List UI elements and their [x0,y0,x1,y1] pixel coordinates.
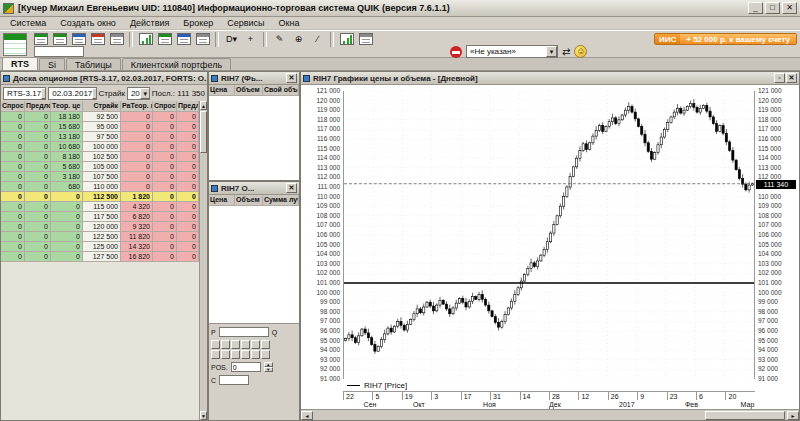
quick-volume-button[interactable] [261,350,270,359]
quick-volume-button[interactable] [211,350,220,359]
quotes-titlebar[interactable]: RIH7 (Фь... ✕ [209,72,299,85]
order-book-titlebar[interactable]: RIH7 О... ✕ [209,182,299,195]
tab-portfolio[interactable]: Клиентский портфель [122,58,231,70]
orders-table-icon[interactable] [89,32,106,46]
order-book-dropdown-icon[interactable]: D▾ [223,32,240,46]
new-table-icon[interactable] [357,32,374,46]
chevron-down-icon[interactable]: ▾ [92,88,96,99]
expiry-date-selector[interactable]: 02.03.2017 ▾ [48,87,96,100]
menu-item-create-window[interactable]: Создать окно [53,17,123,30]
quick-volume-button[interactable] [251,340,260,349]
scroll-right-arrow[interactable]: ► [787,411,799,420]
stop-orders-table-icon[interactable] [108,32,125,46]
quick-volume-button[interactable] [241,350,250,359]
quick-volume-button[interactable] [221,350,230,359]
all-trades-table-icon[interactable] [70,32,87,46]
quick-volume-button[interactable] [241,340,250,349]
chevron-down-icon[interactable]: ▾ [546,46,557,57]
scroll-left-arrow[interactable]: ◄ [301,411,313,420]
options-vertical-scrollbar[interactable]: ▲ ▼ [199,101,207,420]
option-row[interactable]: 000122 50011 82000 [1,232,199,242]
quick-volume-button[interactable] [251,350,260,359]
chevron-down-icon[interactable]: ▾ [41,88,46,99]
menu-item-broker[interactable]: Брокер [176,17,220,30]
menu-item-system[interactable]: Система [3,17,53,30]
menu-item-actions[interactable]: Действия [123,17,176,30]
option-row[interactable]: 0015 68095 000000 [1,122,199,132]
quotes-close-button[interactable]: ✕ [286,73,297,83]
chevron-down-icon[interactable]: ▾ [140,88,150,99]
scroll-thumb[interactable] [705,411,785,420]
close-button[interactable]: ✕ [782,2,797,14]
account-selector[interactable]: «Не указан» ▾ [466,45,558,58]
scroll-up-arrow[interactable]: ▲ [200,101,207,110]
scroll-thumb[interactable] [200,111,207,153]
menu-item-windows[interactable]: Окна [272,17,307,30]
options-board-icon[interactable] [156,32,173,46]
trend-line-tool-icon[interactable]: ∕ [309,32,326,46]
option-row[interactable]: 000112 5001 82000 [1,192,199,202]
quick-volume-button[interactable] [261,340,270,349]
option-row[interactable]: 003 180107 500000 [1,172,199,182]
position-stepper[interactable]: ▲ ▼ [264,362,273,372]
iis-banner[interactable]: ИИС + 52 000 р. к вашему счету [654,33,797,45]
maximize-button[interactable]: □ [765,2,780,14]
hand-tool-icon[interactable]: ⊕ [290,32,307,46]
quick-volume-button[interactable] [211,340,220,349]
tab-rts[interactable]: RTS [2,57,38,70]
transfer-arrows-icon[interactable]: ⇄ [562,46,570,58]
draw-pencil-icon[interactable]: ✎ [271,32,288,46]
toolbar-quick-input[interactable] [34,46,84,57]
option-row[interactable]: 0010 680100 000000 [1,142,199,152]
quick-volume-button[interactable] [221,340,230,349]
menu-item-services[interactable]: Сервисы [220,17,271,30]
code-input[interactable] [219,375,249,385]
quotes-body[interactable] [209,96,299,180]
scroll-track[interactable] [313,411,787,420]
option-row[interactable]: 000117 5006 82000 [1,212,199,222]
quick-volume-button[interactable] [231,350,240,359]
chart-icon[interactable] [137,32,154,46]
order-book-dropdown-icon: D▾ [226,33,237,45]
candlestick-plot[interactable] [343,91,755,379]
chart-horizontal-scrollbar[interactable]: ◄ ► [301,409,799,420]
quotes-table-icon[interactable] [51,32,68,46]
chart-titlebar[interactable]: RIH7 Графики цены и объема - [Дневной] ▫… [301,72,799,85]
option-row[interactable]: 008 180102 500000 [1,152,199,162]
candles-chart-icon[interactable] [338,32,355,46]
option-cell: 0 [25,172,51,182]
option-row[interactable]: 000127 50016 82000 [1,252,199,262]
order-book-body[interactable] [209,206,299,324]
tab-si[interactable]: Si [39,58,65,70]
chart-close-button[interactable]: ✕ [786,73,797,83]
instrument-selector[interactable]: RTS-3.17 ▾ [3,87,46,100]
option-cell: 122 500 [83,232,121,242]
strike-count-selector[interactable]: 20 ▾ [127,87,150,100]
option-row[interactable]: 000120 0009 32000 [1,222,199,232]
position-input[interactable] [231,362,261,372]
stop-sign-icon[interactable] [450,46,462,58]
option-row[interactable]: 000125 00014 32000 [1,242,199,252]
chart-maximize-button[interactable]: ▫ [774,73,785,83]
minimize-button[interactable]: _ [748,2,763,14]
options-board-titlebar[interactable]: Доска опционов [RTS-3.17, 02.03.2017, FO… [1,72,207,85]
price-input[interactable] [219,327,269,337]
option-row[interactable]: 005 680105 000000 [1,162,199,172]
option-row[interactable]: 0013 18097 500000 [1,132,199,142]
crosshair-tool-icon[interactable]: + [242,32,259,46]
limits-table-icon[interactable] [194,32,211,46]
quick-volume-button[interactable] [231,340,240,349]
window-titlebar[interactable]: [Кучер Михаил Евгеньевич UID: 110840] Ин… [0,0,800,17]
current-trades-table-icon[interactable] [32,32,49,46]
portfolio-table-icon[interactable] [175,32,192,46]
option-row[interactable]: 0018 18092 500000 [1,112,199,122]
legend-line-sample [347,385,360,386]
option-row[interactable]: 00680110 000000 [1,182,199,192]
stepper-down-icon[interactable]: ▼ [264,367,273,372]
current-trades-big-icon[interactable] [3,33,27,56]
smiley-icon[interactable]: ☺ [574,45,587,58]
tab-tables[interactable]: Таблицы [66,58,121,70]
scroll-down-arrow[interactable]: ▼ [200,411,207,420]
order-book-close-button[interactable]: ✕ [286,183,297,193]
option-row[interactable]: 000115 0004 32000 [1,202,199,212]
